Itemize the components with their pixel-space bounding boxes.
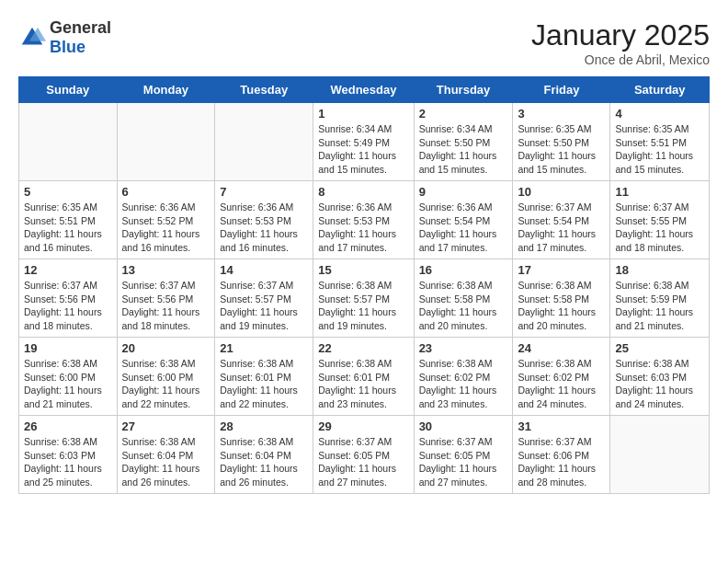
day-cell-28: 28Sunrise: 6:38 AM Sunset: 6:04 PM Dayli…	[215, 416, 313, 494]
day-info: Sunrise: 6:37 AM Sunset: 5:57 PM Dayligh…	[220, 279, 308, 333]
day-cell-11: 11Sunrise: 6:37 AM Sunset: 5:55 PM Dayli…	[610, 181, 710, 259]
day-info: Sunrise: 6:38 AM Sunset: 6:00 PM Dayligh…	[122, 357, 210, 411]
day-info: Sunrise: 6:38 AM Sunset: 5:59 PM Dayligh…	[615, 279, 704, 333]
week-row-2: 5Sunrise: 6:35 AM Sunset: 5:51 PM Daylig…	[19, 181, 710, 259]
calendar-location: Once de Abril, Mexico	[531, 52, 710, 67]
day-cell-13: 13Sunrise: 6:37 AM Sunset: 5:56 PM Dayli…	[117, 259, 215, 338]
day-number: 30	[419, 419, 508, 433]
day-cell-2: 2Sunrise: 6:34 AM Sunset: 5:50 PM Daylig…	[414, 103, 513, 181]
weekday-header-wednesday: Wednesday	[313, 77, 414, 103]
day-number: 27	[122, 419, 210, 433]
weekday-header-tuesday: Tuesday	[215, 77, 313, 103]
day-cell-1: 1Sunrise: 6:34 AM Sunset: 5:49 PM Daylig…	[313, 103, 414, 181]
empty-cell	[610, 416, 710, 494]
day-info: Sunrise: 6:38 AM Sunset: 5:57 PM Dayligh…	[318, 279, 408, 333]
day-number: 23	[419, 341, 508, 355]
empty-cell	[19, 103, 118, 181]
day-number: 8	[318, 185, 408, 199]
day-info: Sunrise: 6:37 AM Sunset: 5:56 PM Dayligh…	[24, 279, 112, 333]
weekday-header-friday: Friday	[513, 77, 610, 103]
day-info: Sunrise: 6:36 AM Sunset: 5:53 PM Dayligh…	[220, 201, 308, 255]
day-info: Sunrise: 6:37 AM Sunset: 6:05 PM Dayligh…	[318, 435, 408, 489]
day-info: Sunrise: 6:37 AM Sunset: 5:56 PM Dayligh…	[122, 279, 210, 333]
week-row-5: 26Sunrise: 6:38 AM Sunset: 6:03 PM Dayli…	[19, 416, 710, 494]
day-info: Sunrise: 6:38 AM Sunset: 6:04 PM Dayligh…	[220, 435, 308, 489]
day-cell-16: 16Sunrise: 6:38 AM Sunset: 5:58 PM Dayli…	[414, 259, 513, 338]
day-info: Sunrise: 6:38 AM Sunset: 6:02 PM Dayligh…	[518, 357, 605, 411]
day-cell-26: 26Sunrise: 6:38 AM Sunset: 6:03 PM Dayli…	[19, 416, 118, 494]
day-info: Sunrise: 6:38 AM Sunset: 6:01 PM Dayligh…	[220, 357, 308, 411]
day-number: 18	[615, 263, 704, 277]
day-info: Sunrise: 6:38 AM Sunset: 6:03 PM Dayligh…	[615, 357, 704, 411]
day-number: 26	[24, 419, 112, 433]
day-info: Sunrise: 6:38 AM Sunset: 6:01 PM Dayligh…	[318, 357, 408, 411]
day-number: 17	[518, 263, 605, 277]
day-info: Sunrise: 6:38 AM Sunset: 6:00 PM Dayligh…	[24, 357, 112, 411]
day-number: 24	[518, 341, 605, 355]
day-number: 31	[518, 419, 605, 433]
weekday-header-sunday: Sunday	[19, 77, 118, 103]
day-info: Sunrise: 6:36 AM Sunset: 5:54 PM Dayligh…	[419, 201, 508, 255]
weekday-header-row: SundayMondayTuesdayWednesdayThursdayFrid…	[19, 77, 710, 103]
day-info: Sunrise: 6:36 AM Sunset: 5:53 PM Dayligh…	[318, 201, 408, 255]
day-cell-14: 14Sunrise: 6:37 AM Sunset: 5:57 PM Dayli…	[215, 259, 313, 338]
day-number: 5	[24, 185, 112, 199]
day-number: 2	[419, 107, 508, 121]
day-info: Sunrise: 6:37 AM Sunset: 5:55 PM Dayligh…	[615, 201, 704, 255]
title-block: January 2025 Once de Abril, Mexico	[531, 18, 710, 67]
day-cell-15: 15Sunrise: 6:38 AM Sunset: 5:57 PM Dayli…	[313, 259, 414, 338]
day-info: Sunrise: 6:37 AM Sunset: 6:06 PM Dayligh…	[518, 435, 605, 489]
day-number: 1	[318, 107, 408, 121]
day-cell-23: 23Sunrise: 6:38 AM Sunset: 6:02 PM Dayli…	[414, 338, 513, 416]
day-info: Sunrise: 6:34 AM Sunset: 5:49 PM Dayligh…	[318, 122, 408, 177]
day-number: 14	[220, 263, 308, 277]
day-number: 10	[518, 185, 605, 199]
day-cell-3: 3Sunrise: 6:35 AM Sunset: 5:50 PM Daylig…	[513, 103, 610, 181]
day-cell-8: 8Sunrise: 6:36 AM Sunset: 5:53 PM Daylig…	[313, 181, 414, 259]
day-number: 15	[318, 263, 408, 277]
logo-icon	[18, 24, 46, 52]
page-header: General Blue January 2025 Once de Abril,…	[18, 18, 710, 67]
day-number: 29	[318, 419, 408, 433]
day-info: Sunrise: 6:38 AM Sunset: 6:04 PM Dayligh…	[122, 435, 210, 489]
day-cell-9: 9Sunrise: 6:36 AM Sunset: 5:54 PM Daylig…	[414, 181, 513, 259]
day-number: 11	[615, 185, 704, 199]
day-cell-4: 4Sunrise: 6:35 AM Sunset: 5:51 PM Daylig…	[610, 103, 710, 181]
day-info: Sunrise: 6:38 AM Sunset: 5:58 PM Dayligh…	[419, 279, 508, 333]
week-row-1: 1Sunrise: 6:34 AM Sunset: 5:49 PM Daylig…	[19, 103, 710, 181]
day-cell-10: 10Sunrise: 6:37 AM Sunset: 5:54 PM Dayli…	[513, 181, 610, 259]
day-info: Sunrise: 6:37 AM Sunset: 6:05 PM Dayligh…	[419, 435, 508, 489]
day-info: Sunrise: 6:38 AM Sunset: 6:03 PM Dayligh…	[24, 435, 112, 489]
day-info: Sunrise: 6:38 AM Sunset: 5:58 PM Dayligh…	[518, 279, 605, 333]
day-number: 21	[220, 341, 308, 355]
day-info: Sunrise: 6:36 AM Sunset: 5:52 PM Dayligh…	[122, 201, 210, 255]
day-cell-31: 31Sunrise: 6:37 AM Sunset: 6:06 PM Dayli…	[513, 416, 610, 494]
day-cell-12: 12Sunrise: 6:37 AM Sunset: 5:56 PM Dayli…	[19, 259, 118, 338]
logo: General Blue	[18, 18, 111, 57]
day-info: Sunrise: 6:35 AM Sunset: 5:51 PM Dayligh…	[615, 122, 704, 177]
day-info: Sunrise: 6:35 AM Sunset: 5:50 PM Dayligh…	[518, 122, 605, 177]
weekday-header-thursday: Thursday	[414, 77, 513, 103]
day-cell-6: 6Sunrise: 6:36 AM Sunset: 5:52 PM Daylig…	[117, 181, 215, 259]
day-number: 28	[220, 419, 308, 433]
day-info: Sunrise: 6:38 AM Sunset: 6:02 PM Dayligh…	[419, 357, 508, 411]
day-cell-22: 22Sunrise: 6:38 AM Sunset: 6:01 PM Dayli…	[313, 338, 414, 416]
week-row-4: 19Sunrise: 6:38 AM Sunset: 6:00 PM Dayli…	[19, 338, 710, 416]
day-number: 3	[518, 107, 605, 121]
day-cell-17: 17Sunrise: 6:38 AM Sunset: 5:58 PM Dayli…	[513, 259, 610, 338]
day-number: 25	[615, 341, 704, 355]
day-cell-5: 5Sunrise: 6:35 AM Sunset: 5:51 PM Daylig…	[19, 181, 118, 259]
day-number: 20	[122, 341, 210, 355]
day-cell-19: 19Sunrise: 6:38 AM Sunset: 6:00 PM Dayli…	[19, 338, 118, 416]
day-cell-29: 29Sunrise: 6:37 AM Sunset: 6:05 PM Dayli…	[313, 416, 414, 494]
empty-cell	[117, 103, 215, 181]
day-number: 4	[615, 107, 704, 121]
day-cell-25: 25Sunrise: 6:38 AM Sunset: 6:03 PM Dayli…	[610, 338, 710, 416]
empty-cell	[215, 103, 313, 181]
day-cell-7: 7Sunrise: 6:36 AM Sunset: 5:53 PM Daylig…	[215, 181, 313, 259]
day-info: Sunrise: 6:34 AM Sunset: 5:50 PM Dayligh…	[419, 122, 508, 177]
day-cell-20: 20Sunrise: 6:38 AM Sunset: 6:00 PM Dayli…	[117, 338, 215, 416]
logo-blue: Blue	[50, 38, 111, 57]
day-number: 19	[24, 341, 112, 355]
day-cell-18: 18Sunrise: 6:38 AM Sunset: 5:59 PM Dayli…	[610, 259, 710, 338]
